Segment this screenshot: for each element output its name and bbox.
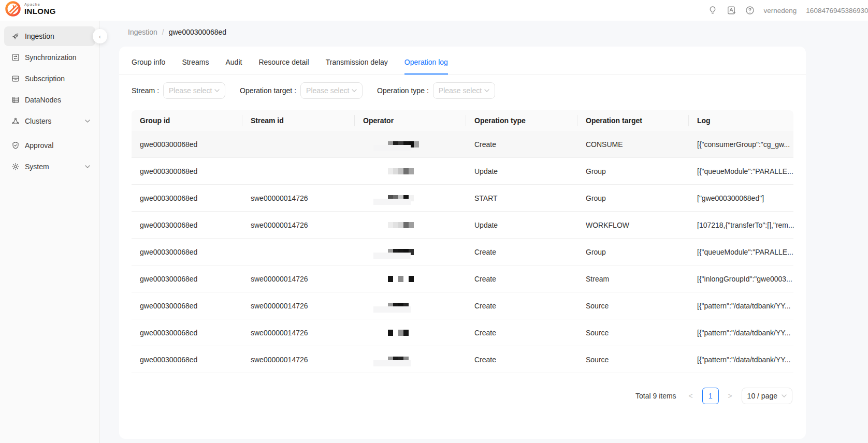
cell-stream-id: swe00000014726	[242, 302, 355, 310]
column-header-log: Log	[689, 116, 801, 125]
cell-operator-redacted	[355, 276, 466, 282]
top-header: Apache INLONG vernedeng 1608476945386930…	[0, 0, 868, 21]
cell-log: [{"queueModule":"PARALLE...	[689, 248, 801, 256]
sidebar-item-ingestion[interactable]: Ingestion	[4, 26, 95, 46]
cell-stream-id: swe00000014726	[242, 356, 355, 364]
sidebar-item-approval[interactable]: Approval	[4, 136, 95, 155]
tab-operation-log[interactable]: Operation log	[404, 47, 448, 75]
pagination-prev-button[interactable]: <	[685, 392, 697, 400]
table-row-1: gwe000300068edCreateCONSUME[{"consumerGr…	[132, 131, 793, 158]
sidebar-item-clusters[interactable]: Clusters	[4, 111, 95, 131]
bulb-icon[interactable]	[708, 6, 717, 15]
filter-label: Stream	[132, 86, 155, 95]
filter-operation-type: Operation type:Please select	[377, 82, 495, 99]
sidebar-item-subscription[interactable]: Subscription	[4, 69, 95, 88]
filter-colon: :	[294, 86, 296, 95]
sidebar-item-datanodes[interactable]: DataNodes	[4, 90, 95, 110]
rocket-icon	[11, 32, 20, 40]
filter-label: Operation target	[240, 86, 292, 95]
cell-group-id: gwe000300068ed	[132, 302, 242, 310]
sidebar-item-label: Ingestion	[25, 32, 90, 40]
sidebar-item-system[interactable]: System	[4, 157, 95, 176]
sidebar-collapse-button[interactable]: ‹	[93, 29, 107, 43]
brand-apache: Apache	[24, 3, 56, 6]
datanodes-icon	[11, 96, 20, 104]
cell-log: [{"inlongGroupId":"gwe0003...	[689, 275, 801, 283]
cell-operation-target: WORKFLOW	[577, 221, 689, 229]
select-placeholder: Please select	[169, 86, 212, 95]
tab-transmission-delay[interactable]: Transmission delay	[326, 47, 388, 75]
subscription-icon	[11, 75, 20, 83]
table-row-3: gwe000300068edswe00000014726STARTGroup["…	[132, 185, 793, 212]
sidebar-item-label: Clusters	[25, 117, 80, 125]
pagination-total: Total 9 items	[635, 392, 676, 400]
redaction-mosaic	[388, 222, 466, 228]
filter-stream: Stream:Please select	[132, 82, 225, 99]
cell-operator-redacted	[355, 222, 466, 228]
cell-operation-type: Create	[466, 356, 577, 364]
operation-target-select[interactable]: Please select	[300, 82, 363, 99]
filter-bar: Stream:Please selectOperation target:Ple…	[119, 75, 806, 99]
username[interactable]: vernedeng	[764, 7, 797, 14]
filter-label: Operation type	[377, 86, 425, 95]
approval-shield-icon	[11, 141, 20, 150]
cell-operator-redacted	[355, 168, 466, 174]
chevron-down-icon	[352, 89, 357, 92]
stream-select[interactable]: Please select	[163, 82, 225, 99]
cell-operation-target: CONSUME	[577, 140, 689, 149]
cell-operation-target: Source	[577, 302, 689, 310]
cell-operation-type: Create	[466, 302, 577, 310]
translate-icon[interactable]	[727, 6, 736, 15]
chevron-down-icon	[484, 89, 489, 92]
cell-group-id: gwe000300068ed	[132, 275, 242, 283]
sidebar-item-label: Synchronization	[25, 53, 90, 62]
column-header-operation-target: Operation target	[577, 116, 689, 125]
table-row-6: gwe000300068edswe00000014726CreateStream…	[132, 265, 793, 292]
pagination: Total 9 items < 1 > 10 / page	[133, 388, 792, 404]
breadcrumb-separator: /	[162, 28, 164, 36]
select-placeholder: Please select	[306, 86, 349, 95]
redaction-artifact	[373, 253, 411, 259]
operation-log-table: Group idStream idOperatorOperation typeO…	[132, 110, 793, 373]
redaction-mosaic	[388, 330, 466, 336]
help-icon[interactable]	[745, 6, 755, 15]
pagination-page-1[interactable]: 1	[702, 388, 719, 404]
brand-inlong: INLONG	[24, 7, 56, 15]
table-row-7: gwe000300068edswe00000014726CreateSource…	[132, 292, 793, 319]
redaction-artifact	[373, 360, 411, 366]
operation-type-select[interactable]: Please select	[433, 82, 495, 99]
cell-operation-type: Update	[466, 167, 577, 175]
cell-operation-target: Source	[577, 356, 689, 364]
breadcrumb-current: gwe000300068ed	[169, 28, 226, 36]
page-size-select[interactable]: 10 / page	[742, 388, 792, 404]
tab-resource-detail[interactable]: Resource detail	[258, 47, 309, 75]
column-header-operation-type: Operation type	[466, 116, 577, 125]
column-header-operator: Operator	[355, 116, 466, 125]
cell-log: [107218,{"transferTo":[],"rem...	[689, 221, 801, 229]
tab-group-info[interactable]: Group info	[132, 47, 165, 75]
tab-streams[interactable]: Streams	[182, 47, 209, 75]
pagination-next-button[interactable]: >	[724, 392, 736, 400]
tab-bar: Group infoStreamsAuditResource detailTra…	[119, 47, 806, 75]
cell-operator-redacted	[355, 141, 466, 147]
breadcrumb-parent[interactable]: Ingestion	[128, 28, 157, 36]
cell-group-id: gwe000300068ed	[132, 248, 242, 256]
sidebar: IngestionSynchronizationSubscriptionData…	[0, 21, 100, 443]
sidebar-item-synchronization[interactable]: Synchronization	[4, 48, 95, 67]
cell-operation-target: Group	[577, 248, 689, 256]
breadcrumb: Ingestion / gwe000300068ed	[128, 28, 226, 36]
clusters-icon	[11, 117, 20, 125]
system-gear-icon	[11, 163, 20, 171]
cell-group-id: gwe000300068ed	[132, 356, 242, 364]
redaction-artifact	[373, 145, 411, 151]
filter-operation-target: Operation target:Please select	[240, 82, 363, 99]
filter-colon: :	[157, 86, 159, 95]
cell-operation-type: Update	[466, 221, 577, 229]
cell-group-id: gwe000300068ed	[132, 221, 242, 229]
table-row-5: gwe000300068edCreateGroup[{"queueModule"…	[132, 239, 793, 265]
tab-audit[interactable]: Audit	[226, 47, 242, 75]
page-size-value: 10 / page	[747, 392, 777, 400]
cell-stream-id: swe00000014726	[242, 275, 355, 283]
redaction-artifact	[373, 199, 411, 205]
table-row-8: gwe000300068edswe00000014726CreateSource…	[132, 319, 793, 346]
